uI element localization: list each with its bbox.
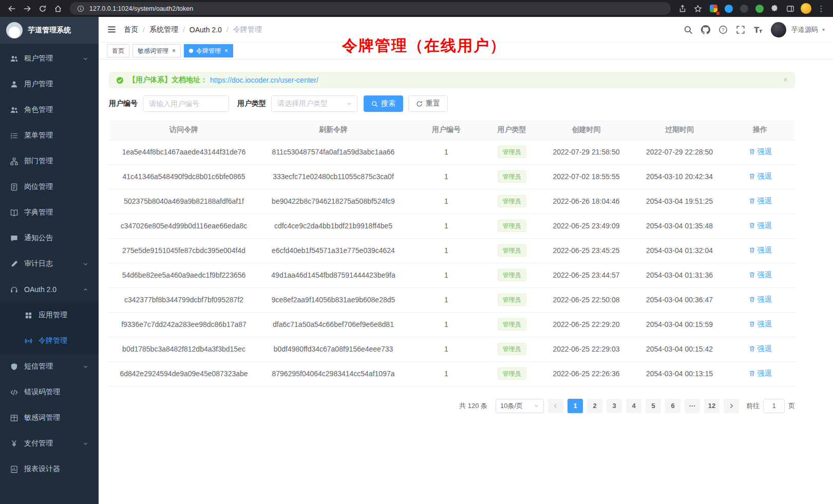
pager-ellipsis[interactable]: ··· xyxy=(685,399,700,413)
user-type-select[interactable]: 请选择用户类型 xyxy=(271,95,357,112)
users-icon xyxy=(10,106,18,114)
page-button-12[interactable]: 12 xyxy=(704,399,720,413)
breadcrumb-item[interactable]: 系统管理 xyxy=(149,25,178,34)
search-button[interactable]: 搜索 xyxy=(364,95,403,112)
close-icon[interactable]: × xyxy=(224,48,228,54)
create-time-cell: 2022-06-25 23:49:09 xyxy=(539,214,634,238)
access-token-cell: 1ea5e44f8bc1467aaede43144f31de76 xyxy=(109,140,259,164)
access-token-cell: f9336e7c7dd242a283ee98dc86b17a87 xyxy=(109,312,259,337)
force-logout-button[interactable]: 强退 xyxy=(749,320,772,329)
jump-page-input[interactable] xyxy=(763,399,785,413)
page-button-6[interactable]: 6 xyxy=(665,399,680,413)
help-icon[interactable]: ? xyxy=(718,25,728,34)
page-button-3[interactable]: 3 xyxy=(607,399,622,413)
header-actions: ? 芋道源码 ▾ xyxy=(684,22,825,37)
breadcrumb-item[interactable]: 首页 xyxy=(124,25,138,34)
sidebar-item-dict[interactable]: 字典管理 xyxy=(0,200,99,225)
create-time-cell: 2022-07-02 18:55:55 xyxy=(539,164,634,189)
extension-dark-icon[interactable] xyxy=(737,2,751,15)
extension-multicolor-icon[interactable] xyxy=(707,2,720,15)
alert-close-icon[interactable]: × xyxy=(783,76,788,84)
sidebar-item-token[interactable]: 令牌管理 xyxy=(0,328,99,354)
force-logout-button[interactable]: 强退 xyxy=(749,270,772,280)
table-row: 6d842e2924594de9a09e45e087323abe8796295f… xyxy=(109,361,795,386)
tab-sensitive-word[interactable]: 敏感词管理× xyxy=(132,44,181,57)
profile-avatar-icon[interactable] xyxy=(799,2,812,15)
page-button-4[interactable]: 4 xyxy=(626,399,641,413)
page-button-1[interactable]: 1 xyxy=(567,399,583,413)
side-panel-icon[interactable] xyxy=(784,2,797,15)
page-button-2[interactable]: 2 xyxy=(587,399,602,413)
forward-button[interactable] xyxy=(21,2,34,15)
column-header: 创建时间 xyxy=(539,120,634,140)
refresh-token-cell: 8796295f04064c2983414cc54af1097a xyxy=(259,361,408,386)
sidebar-item-sms[interactable]: 短信管理 xyxy=(0,354,99,379)
force-logout-button[interactable]: 强退 xyxy=(749,197,772,206)
force-logout-button[interactable]: 强退 xyxy=(749,295,772,304)
back-button[interactable] xyxy=(5,2,18,15)
user-type-placeholder: 请选择用户类型 xyxy=(277,99,328,108)
access-token-cell: 41c41346a548490f9dc8b01c6bfe0865 xyxy=(109,164,259,189)
sidebar-item-label: 敏感词管理 xyxy=(24,413,88,422)
user-id-input[interactable] xyxy=(143,95,229,112)
jump-prefix: 前往 xyxy=(746,401,760,411)
hamburger-icon[interactable] xyxy=(107,25,117,34)
prev-page-button[interactable] xyxy=(548,399,563,413)
doc-link[interactable]: https://doc.iocoder.cn/user-center/ xyxy=(210,76,318,84)
create-time-cell: 2022-06-25 22:50:08 xyxy=(539,287,634,312)
browser-menu-icon[interactable]: ⋮ xyxy=(815,2,828,15)
sidebar-item-label: 审计日志 xyxy=(24,259,83,268)
tab-token[interactable]: 令牌管理× xyxy=(184,44,233,57)
force-logout-button[interactable]: 强退 xyxy=(749,369,772,378)
page-size-select[interactable]: 10条/页 xyxy=(496,399,544,413)
yen-icon xyxy=(10,440,18,448)
font-size-icon[interactable] xyxy=(753,25,763,34)
extensions-puzzle-icon[interactable] xyxy=(768,2,782,15)
sidebar-item-menu[interactable]: 菜单管理 xyxy=(0,123,99,148)
site-info-icon[interactable] xyxy=(76,4,85,13)
sidebar-item-app[interactable]: 应用管理 xyxy=(0,302,99,328)
chat-icon xyxy=(10,235,18,242)
sidebar-item-role[interactable]: 角色管理 xyxy=(0,97,99,123)
success-icon xyxy=(116,76,124,84)
force-logout-button[interactable]: 强退 xyxy=(749,147,772,157)
force-logout-button[interactable]: 强退 xyxy=(749,172,772,181)
user-name[interactable]: 芋道源码 xyxy=(791,25,818,34)
sidebar-item-dept[interactable]: 部门管理 xyxy=(0,148,99,174)
reload-button[interactable] xyxy=(36,2,49,15)
create-time-cell: 2022-06-25 23:44:57 xyxy=(539,263,634,287)
sidebar-item-pay[interactable]: 支付管理 xyxy=(0,431,99,456)
chevron-down-icon xyxy=(83,261,88,267)
tab-home[interactable]: 首页 xyxy=(107,44,129,57)
breadcrumb-separator: / xyxy=(183,26,185,34)
sidebar-item-audit-log[interactable]: 审计日志 xyxy=(0,251,99,277)
home-button[interactable] xyxy=(51,2,65,15)
fullscreen-icon[interactable] xyxy=(736,25,745,34)
sidebar-item-sensitive-word[interactable]: 敏感词管理 xyxy=(0,405,99,431)
reset-button[interactable]: 重置 xyxy=(408,95,448,112)
address-bar[interactable]: 127.0.0.1:1024/system/oauth2/token xyxy=(70,2,671,15)
page-button-5[interactable]: 5 xyxy=(646,399,661,413)
extension-blue-icon[interactable] xyxy=(722,2,735,15)
sidebar-item-notice[interactable]: 通知公告 xyxy=(0,225,99,251)
sidebar-item-user[interactable]: 用户管理 xyxy=(0,71,99,97)
search-icon[interactable] xyxy=(684,25,693,34)
user-type-tag: 管理员 xyxy=(498,269,526,281)
app-logo: 芋道管理系统 xyxy=(0,17,99,44)
sidebar-item-tenant[interactable]: 租户管理 xyxy=(0,46,99,71)
breadcrumb-item[interactable]: OAuth 2.0 xyxy=(190,26,222,34)
force-logout-button[interactable]: 强退 xyxy=(749,344,772,354)
share-icon[interactable] xyxy=(676,2,689,15)
extension-green-icon[interactable] xyxy=(753,2,766,15)
sidebar-item-report[interactable]: 报表设计器 xyxy=(0,456,99,482)
sidebar-item-oauth2[interactable]: OAuth 2.0 xyxy=(0,277,99,302)
force-logout-button[interactable]: 强退 xyxy=(749,221,772,230)
bookmark-star-icon[interactable] xyxy=(691,2,705,15)
next-page-button[interactable] xyxy=(724,399,739,413)
force-logout-button[interactable]: 强退 xyxy=(749,246,772,255)
sidebar-item-post[interactable]: 岗位管理 xyxy=(0,174,99,200)
sidebar-item-error-code[interactable]: 错误码管理 xyxy=(0,379,99,405)
github-icon[interactable] xyxy=(701,25,710,34)
user-avatar[interactable] xyxy=(771,22,786,37)
close-icon[interactable]: × xyxy=(172,48,176,54)
